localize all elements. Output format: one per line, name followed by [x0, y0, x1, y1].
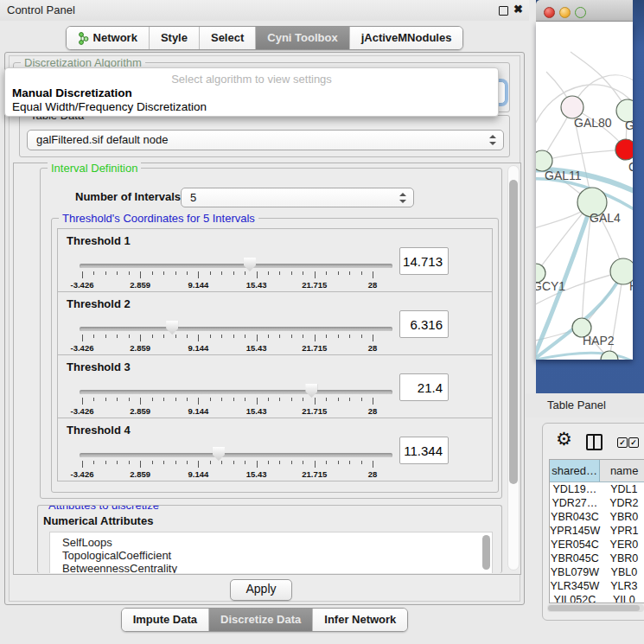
tick-mark — [303, 398, 303, 401]
tick-mark — [338, 335, 339, 338]
tick-mark — [198, 271, 199, 278]
settings-scrollbar-thumb[interactable] — [509, 180, 518, 484]
dropdown-item[interactable]: Manual Discretization — [12, 86, 132, 99]
stepper-arrows-icon — [489, 135, 496, 145]
tick-mark — [338, 461, 339, 464]
tick-mark — [221, 398, 222, 401]
gear-icon[interactable]: ⚙ — [556, 429, 572, 450]
table-row[interactable]: YPR145WYPR1 — [550, 524, 644, 538]
tick-mark — [140, 271, 141, 278]
tab-jactivemnodules[interactable]: jActiveMNodules — [349, 27, 463, 49]
table-row[interactable]: YBR043CYBR0 — [550, 510, 644, 524]
threshold-value-field[interactable]: 14.713 — [399, 247, 449, 275]
tick-mark — [233, 398, 234, 401]
tab-style[interactable]: Style — [149, 27, 199, 49]
network-window-titlebar — [536, 0, 633, 22]
attributes-list-scrollbar[interactable] — [482, 535, 490, 570]
tick-mark — [187, 335, 188, 338]
top-tab-bar: NetworkStyleSelectCyni ToolboxjActiveMNo… — [0, 26, 529, 50]
algorithm-dropdown-popup: Select algorithm to view settings Manual… — [4, 67, 499, 117]
slider-track[interactable] — [80, 264, 392, 268]
table-row[interactable]: YER054CYER0 — [550, 538, 644, 552]
dropdown-item[interactable]: Equal Width/Frequency Discretization — [12, 100, 207, 113]
network-node-c[interactable] — [615, 139, 633, 160]
tick-mark — [198, 398, 199, 405]
tick-mark — [93, 461, 94, 464]
threshold-panel: Threshold 2-3.4262.8599.14415.4321.71528… — [57, 291, 493, 355]
settings-scrollbar[interactable] — [507, 165, 520, 571]
tick-label: 21.715 — [302, 280, 327, 290]
slider-track[interactable] — [80, 390, 392, 394]
checkbox-checked-icon[interactable]: ✓ — [617, 437, 628, 448]
tab-select[interactable]: Select — [199, 27, 255, 49]
node-label: GCY1 — [536, 279, 565, 293]
minimize-traffic-light-icon[interactable] — [559, 7, 571, 18]
slider-tick-labels: -3.4262.8599.14415.4321.71528 — [82, 469, 373, 480]
tab-cyni-toolbox[interactable]: Cyni Toolbox — [255, 27, 348, 49]
threshold-value-field[interactable]: 11.344 — [399, 437, 449, 464]
control-panel-titlebar: Control Panel ✖ — [0, 0, 529, 21]
table-panel-body: ⚙ ✓ ✓ shared… name YDL19…YDL1YDR27…YDR2Y… — [542, 423, 644, 621]
float-window-icon[interactable] — [499, 6, 508, 16]
table-row[interactable]: YLR345WYLR3 — [550, 579, 644, 593]
slider-tick-labels: -3.4262.8599.14415.4321.71528 — [82, 343, 373, 354]
tick-label: 21.715 — [302, 343, 327, 353]
slider-thumb[interactable] — [166, 321, 178, 335]
table-row[interactable]: YBL079WYBL0 — [550, 565, 644, 579]
tick-mark — [210, 271, 211, 275]
checkbox-checked-icon[interactable]: ✓ — [628, 437, 639, 448]
attribute-list-item[interactable]: TopologicalCoefficient — [50, 549, 492, 562]
tick-mark — [326, 398, 327, 401]
table-hscroll-thumb[interactable] — [548, 605, 640, 611]
cell-name: YBR0 — [600, 510, 644, 524]
threshold-label: Threshold 3 — [67, 360, 131, 373]
table-row[interactable]: YDL19…YDL1 — [550, 482, 644, 496]
attribute-list-item[interactable]: BetweennessCentrality — [50, 562, 492, 573]
table-data-group: Table Data galFiltered.sif default node — [19, 115, 510, 157]
threshold-panel: Threshold 1-3.4262.8599.14415.4321.71528… — [57, 228, 493, 292]
tick-mark — [373, 271, 373, 278]
tick-label: -3.426 — [71, 469, 94, 479]
attribute-list-item[interactable]: SelfLoops — [50, 536, 492, 549]
tab-infer-network[interactable]: Infer Network — [312, 609, 407, 631]
tab-network[interactable]: Network — [67, 27, 149, 49]
slider-thumb[interactable] — [305, 384, 317, 398]
threshold-value-field[interactable]: 21.4 — [399, 373, 449, 401]
column-header-shared-name[interactable]: shared… — [550, 460, 600, 481]
thresholds-group: Threshold's Coordinates for 5 Intervals … — [51, 218, 499, 493]
table-row[interactable]: YDR27…YDR2 — [550, 496, 644, 510]
num-intervals-combobox[interactable]: 5 — [181, 188, 414, 207]
tick-mark — [245, 461, 245, 464]
table-data-combobox[interactable]: galFiltered.sif default node — [27, 130, 504, 150]
apply-button[interactable]: Apply — [230, 579, 292, 601]
split-columns-icon[interactable] — [586, 434, 603, 450]
tick-mark — [361, 398, 362, 401]
tick-mark — [163, 398, 164, 401]
zoom-traffic-light-icon[interactable] — [575, 7, 586, 18]
tick-mark — [129, 461, 130, 464]
tab-label: Infer Network — [324, 612, 396, 628]
tick-mark — [349, 398, 350, 401]
slider-thumb[interactable] — [213, 447, 225, 461]
column-header-name[interactable]: name — [600, 460, 644, 481]
slider-thumb[interactable] — [244, 258, 256, 271]
tab-discretize-data[interactable]: Discretize Data — [208, 609, 312, 631]
tick-mark — [210, 461, 211, 464]
threshold-value-field[interactable]: 6.316 — [399, 310, 449, 338]
table-row[interactable]: YIL052CYIL0 — [550, 593, 644, 603]
tick-label: 15.43 — [246, 343, 267, 353]
tick-label: 15.43 — [246, 406, 267, 416]
attributes-list[interactable]: SelfLoopsTopologicalCoefficientBetweenne… — [49, 532, 493, 573]
tab-impute-data[interactable]: Impute Data — [122, 609, 208, 631]
tick-mark — [291, 271, 292, 275]
tick-mark — [140, 398, 141, 405]
tick-mark — [257, 398, 258, 405]
table-horizontal-scrollbar[interactable] — [547, 604, 644, 612]
close-traffic-light-icon[interactable] — [544, 7, 555, 18]
slider-track[interactable] — [80, 453, 392, 457]
tick-mark — [198, 335, 199, 341]
network-canvas[interactable]: GAL80GCGAL11GAL4GCY1HHAP2 — [536, 22, 633, 360]
close-icon[interactable]: ✖ — [513, 3, 523, 16]
slider-track[interactable] — [80, 327, 392, 331]
table-row[interactable]: YBR045CYBR0 — [550, 552, 644, 565]
